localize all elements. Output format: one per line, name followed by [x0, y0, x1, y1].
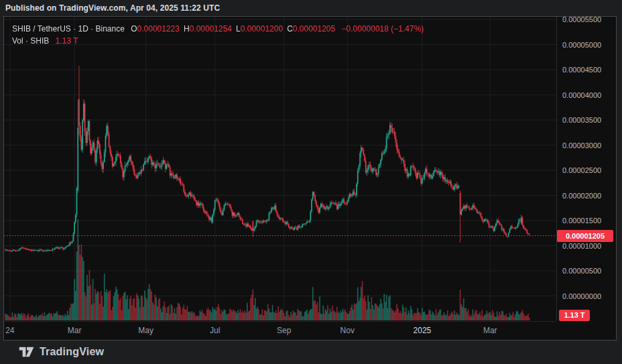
time-tick-label: Mar — [68, 326, 82, 335]
published-text: Published on TradingView.com, Apr 04, 20… — [5, 3, 220, 13]
price-axis[interactable]: 0.000055000.000050000.000045000.00004000… — [556, 17, 616, 320]
symbol-title[interactable]: SHIB / TetherUS · 1D · Binance — [12, 24, 125, 34]
time-tick-label: 2025 — [414, 326, 432, 335]
ohlc-letter: C — [287, 24, 293, 34]
time-tick-label: Nov — [340, 326, 355, 335]
candlestick-chart-canvas[interactable] — [4, 17, 556, 321]
time-tick-label: Mar — [483, 326, 497, 335]
ohlc-value: 0.00001205 — [293, 24, 339, 34]
time-tick-label: May — [138, 326, 153, 335]
ohlc-letter: O — [131, 24, 137, 34]
time-tick-label: Jul — [210, 326, 220, 335]
price-tick-label: 0.00004500 — [562, 65, 601, 74]
published-info-bar: Published on TradingView.com, Apr 04, 20… — [5, 2, 220, 14]
footer-bar: TradingView — [19, 345, 104, 359]
price-tick-label: 0.00001000 — [562, 241, 601, 251]
ohlc-values: O0.00001223 H0.00001254 L0.00001200 C0.0… — [131, 24, 339, 34]
time-axis[interactable]: 24MarMayJulSepNov2025Mar — [4, 321, 556, 340]
price-tick-label: 0.00003500 — [562, 115, 601, 125]
tradingview-logo-icon[interactable] — [19, 345, 35, 359]
time-tick-label: 24 — [5, 326, 14, 335]
change-value: −0.00000018 (−1.47%) — [342, 24, 424, 34]
ohlc-letter: L — [236, 24, 241, 34]
price-tick-label: 0.00005000 — [562, 40, 601, 50]
volume-row: Vol · SHIB 1.13 T — [12, 35, 424, 47]
ohlc-letter: H — [184, 24, 190, 34]
price-tick-label: 0.00002000 — [562, 191, 601, 200]
price-tick-label: 0.00002500 — [562, 166, 601, 175]
ohlc-value: 0.00001223 — [137, 24, 184, 34]
chart-widget: SHIB / TetherUS · 1D · Binance O0.000012… — [3, 16, 617, 341]
volume-value: 1.13 T — [56, 36, 78, 46]
price-tick-label: 0.00003000 — [562, 141, 601, 150]
last-price-badge: 0.00001205 — [557, 230, 613, 242]
price-tick-label: 0.00001500 — [562, 216, 601, 225]
ohlc-value: 0.00001200 — [241, 24, 287, 34]
price-tick-label: 0.00000500 — [562, 266, 601, 276]
volume-label[interactable]: Vol · SHIB — [12, 36, 49, 46]
brand-name[interactable]: TradingView — [40, 346, 104, 358]
price-tick-label: 0.00004000 — [562, 90, 601, 100]
ohlc-value: 0.00001254 — [190, 24, 236, 34]
price-tick-label: 0.00000000 — [562, 292, 601, 301]
price-tick-label: 0.00005500 — [562, 15, 601, 24]
chart-legend: SHIB / TetherUS · 1D · Binance O0.000012… — [12, 23, 424, 47]
symbol-row: SHIB / TetherUS · 1D · Binance O0.000012… — [12, 23, 424, 35]
time-tick-label: Sep — [277, 326, 291, 335]
volume-value-badge: 1.13 T — [559, 310, 590, 321]
tradingview-published-snapshot: Published on TradingView.com, Apr 04, 20… — [0, 0, 622, 364]
